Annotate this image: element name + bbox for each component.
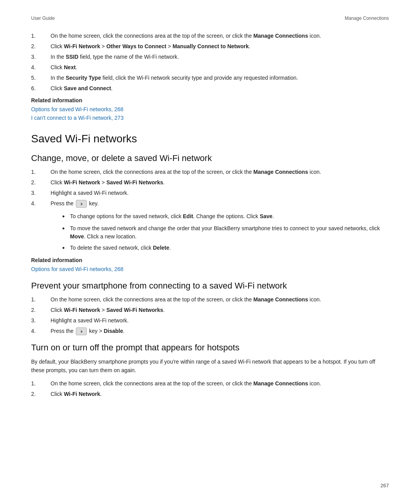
step-4-2: 2. Click Wi-Fi Network. xyxy=(31,390,389,398)
step-1-6: 6. Click Save and Connect. xyxy=(31,84,389,93)
related-info-2: Related information Options for saved Wi… xyxy=(31,257,389,273)
step-num: 2. xyxy=(31,390,51,398)
change-move-delete-heading: Change, move, or delete a saved Wi-Fi ne… xyxy=(31,153,389,164)
menu-key-icon: ⁝▪ xyxy=(76,200,87,208)
related-link-2[interactable]: I can't connect to a Wi-Fi network, 273 xyxy=(31,114,389,122)
hotspot-intro: By default, your BlackBerry smartphone p… xyxy=(31,357,389,375)
step-text: Click Wi-Fi Network > Saved Wi-Fi Networ… xyxy=(51,178,164,187)
step-text: On the home screen, click the connection… xyxy=(51,168,321,176)
section3-steps: 1. On the home screen, click the connect… xyxy=(31,296,389,335)
step-text: In the SSID field, type the name of the … xyxy=(51,53,179,61)
page-number: 267 xyxy=(380,483,389,488)
step-4-1: 1. On the home screen, click the connect… xyxy=(31,380,389,388)
step-text: Highlight a saved Wi-Fi network. xyxy=(51,189,129,197)
related-info-title-2: Related information xyxy=(31,257,389,263)
step-num: 3. xyxy=(31,317,51,325)
related-link-3[interactable]: Options for saved Wi-Fi networks, 268 xyxy=(31,265,389,273)
step-text: Click Wi-Fi Network. xyxy=(51,390,102,398)
related-info-title: Related information xyxy=(31,97,389,103)
bullet-dot: • xyxy=(62,224,70,241)
step-text: Click Next. xyxy=(51,63,77,72)
step-text: Click Wi-Fi Network > Saved Wi-Fi Networ… xyxy=(51,306,164,314)
step-num: 4. xyxy=(31,327,51,335)
step-num: 6. xyxy=(31,84,51,93)
bullet-dot: • xyxy=(62,212,70,221)
step-text: In the Security Type field, click the Wi… xyxy=(51,74,298,82)
section2-bullets: • To change options for the saved networ… xyxy=(62,212,389,253)
step-text: On the home screen, click the connection… xyxy=(51,380,321,388)
step-3-3: 3. Highlight a saved Wi-Fi network. xyxy=(31,317,389,325)
bullet-1: • To change options for the saved networ… xyxy=(62,212,389,221)
bullet-text: To change options for the saved network,… xyxy=(70,212,274,221)
step-num: 2. xyxy=(31,306,51,314)
step-text: Press the ⁝▪ key. xyxy=(51,200,99,208)
step-text: Highlight a saved Wi-Fi network. xyxy=(51,317,129,325)
step-text: Click Save and Connect. xyxy=(51,84,113,93)
step-2-1: 1. On the home screen, click the connect… xyxy=(31,168,389,176)
section2-steps: 1. On the home screen, click the connect… xyxy=(31,168,389,208)
step-num: 4. xyxy=(31,63,51,72)
related-info-1: Related information Options for saved Wi… xyxy=(31,97,389,122)
saved-wifi-heading: Saved Wi-Fi networks xyxy=(31,132,389,146)
page-header: User Guide Manage Connections xyxy=(31,16,389,21)
step-1-5: 5. In the Security Type field, click the… xyxy=(31,74,389,82)
step-num: 1. xyxy=(31,296,51,304)
step-num: 3. xyxy=(31,53,51,61)
step-num: 2. xyxy=(31,42,51,51)
section4-steps: 1. On the home screen, click the connect… xyxy=(31,380,389,398)
step-1-4: 4. Click Next. xyxy=(31,63,389,72)
prevent-connecting-heading: Prevent your smartphone from connecting … xyxy=(31,280,389,292)
step-num: 4. xyxy=(31,200,51,208)
step-text: Press the ⁝▪ key > Disable. xyxy=(51,327,124,335)
header-right: Manage Connections xyxy=(345,16,389,21)
bullet-text: To move the saved network and change the… xyxy=(70,224,389,241)
bullet-2: • To move the saved network and change t… xyxy=(62,224,389,241)
step-num: 1. xyxy=(31,168,51,176)
step-2-4: 4. Press the ⁝▪ key. xyxy=(31,200,389,208)
hotspot-prompt-heading: Turn on or turn off the prompt that appe… xyxy=(31,342,389,354)
step-3-4: 4. Press the ⁝▪ key > Disable. xyxy=(31,327,389,335)
bullet-text: To delete the saved network, click Delet… xyxy=(70,244,171,253)
section1-steps: 1. On the home screen, click the connect… xyxy=(31,32,389,93)
step-num: 1. xyxy=(31,32,51,40)
step-num: 1. xyxy=(31,380,51,388)
bullet-3: • To delete the saved network, click Del… xyxy=(62,244,389,253)
step-1-2: 2. Click Wi-Fi Network > Other Ways to C… xyxy=(31,42,389,51)
step-text: On the home screen, click the connection… xyxy=(51,32,321,40)
bullet-dot: • xyxy=(62,244,70,253)
related-link-1[interactable]: Options for saved Wi-Fi networks, 268 xyxy=(31,105,389,114)
step-num: 2. xyxy=(31,178,51,187)
step-2-2: 2. Click Wi-Fi Network > Saved Wi-Fi Net… xyxy=(31,178,389,187)
step-text: Click Wi-Fi Network > Other Ways to Conn… xyxy=(51,42,250,51)
header-left: User Guide xyxy=(31,16,55,21)
menu-key-icon-2: ⁝▪ xyxy=(76,327,87,335)
step-text: On the home screen, click the connection… xyxy=(51,296,321,304)
step-3-1: 1. On the home screen, click the connect… xyxy=(31,296,389,304)
step-1-1: 1. On the home screen, click the connect… xyxy=(31,32,389,40)
step-num: 5. xyxy=(31,74,51,82)
step-1-3: 3. In the SSID field, type the name of t… xyxy=(31,53,389,61)
step-2-3: 3. Highlight a saved Wi-Fi network. xyxy=(31,189,389,197)
step-3-2: 2. Click Wi-Fi Network > Saved Wi-Fi Net… xyxy=(31,306,389,314)
step-num: 3. xyxy=(31,189,51,197)
